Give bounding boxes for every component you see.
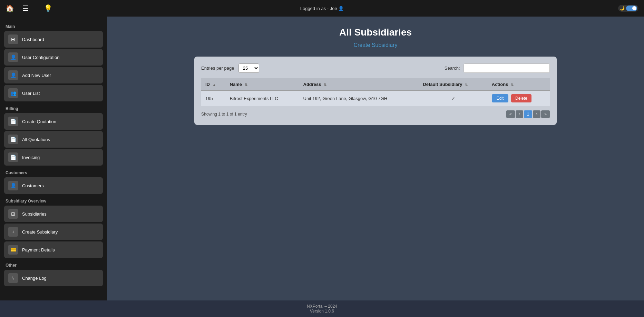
bulb-icon: 💡	[44, 4, 52, 12]
sidebar-item-invoicing[interactable]: 📄 Invoicing	[4, 149, 103, 166]
sidebar-item-label: Subsidiaries	[22, 211, 47, 217]
subsidiaries-table: ID ▲ Name ⇅ Address ⇅ Default Subsidia	[201, 78, 550, 106]
col-default-label: Default Subsidiary	[423, 82, 462, 87]
cell-default: ✓	[419, 91, 487, 106]
entries-label: Entries per page	[201, 66, 234, 71]
sidebar-section-main: Main	[4, 21, 103, 31]
subsidiaries-icon: ⊞	[8, 209, 18, 219]
customers-icon: 👤	[8, 181, 18, 190]
col-default[interactable]: Default Subsidiary ⇅	[419, 78, 487, 91]
col-actions: Actions ⇅	[488, 78, 550, 91]
sidebar-item-subsidiaries[interactable]: ⊞ Subsidiaries	[4, 206, 103, 222]
table-row: 195 Bifrost Experiments LLC Unit 192, Gr…	[201, 91, 550, 106]
cell-name: Bifrost Experiments LLC	[226, 91, 299, 106]
home-icon[interactable]: 🏠	[6, 4, 14, 12]
sidebar-item-customers[interactable]: 👤 Customers	[4, 177, 103, 194]
search-input[interactable]	[464, 63, 550, 73]
sidebar-item-label: Invoicing	[22, 155, 40, 160]
sort-address-icon: ⇅	[324, 83, 326, 87]
sidebar-item-label: Add New User	[22, 73, 51, 78]
delete-button[interactable]: Delete	[511, 94, 531, 102]
sidebar-section-customers: Customers	[4, 167, 103, 177]
payment-details-icon: 💳	[8, 245, 18, 255]
page-title: All Subsidiaries	[339, 27, 412, 38]
create-subsidiary-icon: +	[8, 227, 18, 237]
sidebar-item-label: Create Quotation	[22, 119, 56, 124]
sort-name-icon: ⇅	[245, 83, 247, 87]
sidebar-item-create-quotation[interactable]: 📄 Create Quotation	[4, 113, 103, 130]
sort-default-icon: ⇅	[465, 83, 468, 87]
sidebar-item-label: Dashboard	[22, 37, 44, 42]
footer: NXPortal – 2024 Version 1.0.6	[0, 300, 644, 317]
toggle-switch[interactable]	[626, 6, 637, 11]
col-name[interactable]: Name ⇅	[226, 78, 299, 91]
sort-id-icon: ▲	[213, 83, 216, 87]
col-name-label: Name	[230, 82, 242, 87]
check-icon: ✓	[451, 96, 455, 101]
page-prev-button[interactable]: ‹	[516, 110, 523, 118]
table-controls: Entries per page 25 10 50 100 Search:	[201, 63, 550, 73]
cell-address: Unit 192, Green Lane, Glasgow, G10 7GH	[299, 91, 419, 106]
entries-select[interactable]: 25 10 50 100	[238, 63, 259, 73]
showing-text: Showing 1 to 1 of 1 entry	[201, 112, 247, 117]
page-current-button[interactable]: 1	[524, 110, 533, 118]
sidebar-item-all-quotations[interactable]: 📄 All Quotations	[4, 131, 103, 148]
add-user-icon: 👤	[8, 70, 18, 80]
moon-icon: 🌙	[619, 6, 625, 11]
user-config-icon: 👤	[8, 52, 18, 62]
sidebar-item-label: Change Log	[22, 276, 47, 281]
sidebar-section-subsidiary: Subsidiary Overview	[4, 195, 103, 206]
page-first-button[interactable]: «	[506, 110, 515, 118]
sidebar-item-create-subsidiary[interactable]: + Create Subsidiary	[4, 224, 103, 240]
create-quotation-icon: 📄	[8, 117, 18, 126]
sort-actions-icon: ⇅	[511, 83, 514, 87]
pagination: « ‹ 1 › »	[506, 110, 550, 118]
sidebar-item-user-configuration[interactable]: 👤 User Configuration	[4, 49, 103, 66]
menu-icon[interactable]: ☰	[22, 4, 29, 12]
cell-id: 195	[201, 91, 226, 106]
sidebar-item-label: Payment Details	[22, 247, 55, 252]
user-list-icon: 👥	[8, 88, 18, 98]
theme-toggle[interactable]: 🌙	[618, 5, 638, 12]
sidebar-item-payment-details[interactable]: 💳 Payment Details	[4, 241, 103, 258]
table-container: Entries per page 25 10 50 100 Search:	[194, 57, 557, 125]
sidebar-item-change-log[interactable]: ⑂ Change Log	[4, 270, 103, 286]
col-id-label: ID	[205, 82, 210, 87]
col-address-label: Address	[303, 82, 321, 87]
logged-in-text: Logged in as - Joe 👤	[300, 6, 344, 11]
sidebar-item-label: User List	[22, 91, 40, 96]
footer-line2: Version 1.0.6	[3, 309, 641, 314]
main-content: All Subsidiaries Create Subsidiary Entri…	[107, 17, 644, 300]
page-last-button[interactable]: »	[541, 110, 550, 118]
edit-button[interactable]: Edit	[492, 94, 509, 102]
page-next-button[interactable]: ›	[533, 110, 540, 118]
footer-line1: NXPortal – 2024	[3, 304, 641, 309]
invoicing-icon: 📄	[8, 152, 18, 162]
sidebar-item-label: Customers	[22, 183, 44, 188]
all-quotations-icon: 📄	[8, 135, 18, 144]
sidebar-item-label: User Configuration	[22, 55, 59, 60]
sidebar-item-user-list[interactable]: 👥 User List	[4, 85, 103, 101]
sidebar-item-add-new-user[interactable]: 👤 Add New User	[4, 67, 103, 83]
search-label: Search:	[445, 66, 460, 71]
sidebar-item-dashboard[interactable]: ⊞ Dashboard	[4, 31, 103, 48]
cell-actions: Edit Delete	[488, 91, 550, 106]
sidebar-item-label: All Quotations	[22, 137, 50, 142]
col-address[interactable]: Address ⇅	[299, 78, 419, 91]
sidebar-section-billing: Billing	[4, 103, 103, 113]
table-footer: Showing 1 to 1 of 1 entry « ‹ 1 › »	[201, 110, 550, 118]
dashboard-icon: ⊞	[8, 34, 18, 44]
sidebar-item-label: Create Subsidiary	[22, 229, 58, 235]
col-actions-label: Actions	[492, 82, 508, 87]
sidebar-section-other: Other	[4, 259, 103, 270]
change-log-icon: ⑂	[8, 273, 18, 283]
create-subsidiary-link[interactable]: Create Subsidiary	[353, 42, 397, 48]
sidebar: Main ⊞ Dashboard 👤 User Configuration 👤 …	[0, 17, 107, 300]
col-id[interactable]: ID ▲	[201, 78, 226, 91]
